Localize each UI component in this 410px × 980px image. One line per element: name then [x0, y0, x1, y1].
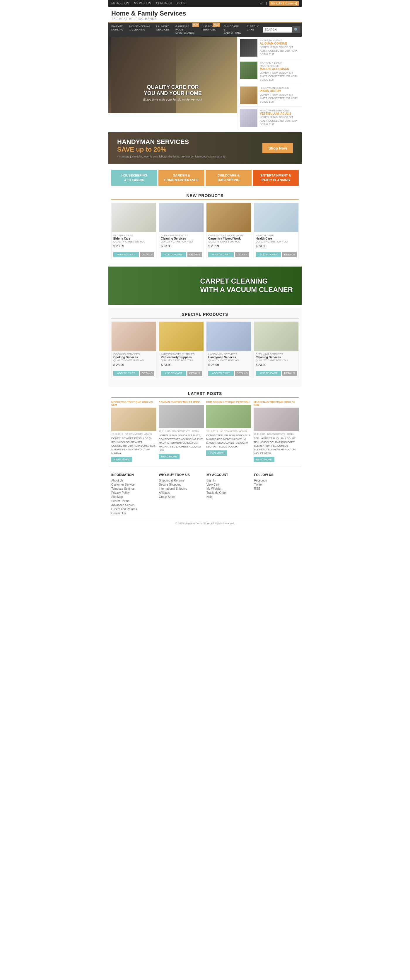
footer-link-wishlist[interactable]: My Wishlist: [206, 487, 251, 490]
product-name: Cleaning Services: [161, 237, 202, 240]
post-3-date: 12.11.2015: [206, 430, 218, 433]
sidebar-post-3-category: HANDYMAN SERVICES: [260, 86, 299, 89]
footer-link-customer[interactable]: Customer Service: [111, 483, 156, 486]
product-name: Health Care: [256, 237, 297, 240]
footer-link-template[interactable]: Template Settings: [111, 487, 156, 490]
post-2-author: ADMIN: [192, 430, 199, 433]
hero-subheading: Enjoy time with your family while we wor…: [141, 98, 205, 101]
cat-entertainment[interactable]: ENTERTAINMENT & PARTY PLANNING: [253, 170, 299, 186]
sidebar-post-1-title[interactable]: ALIQUAM CONGUE: [260, 42, 299, 45]
add-to-cart-button[interactable]: ADD TO CART: [256, 252, 281, 257]
product-desc: QUALITY CARE FOR YOU: [113, 240, 154, 243]
add-to-cart-button[interactable]: ADD TO CART: [161, 371, 186, 376]
sidebar-post-2: GARDEN & HOME MAINTENANCE MAURIS ACCUMSA…: [237, 59, 302, 84]
my-account-link[interactable]: MY ACCOUNT: [111, 2, 131, 5]
product-card-elderly: ELDERLY CARE Elderly Care QUALITY CARE F…: [111, 203, 157, 259]
currency-selector[interactable]: $: [265, 2, 267, 5]
footer-link-advanced[interactable]: Advanced Search: [111, 503, 156, 507]
nav-item-childcare[interactable]: CHILDCARE & BABYSITTING: [220, 22, 244, 37]
nav-item-nursing[interactable]: IN-HOME NURSING: [108, 22, 127, 37]
language-selector[interactable]: En: [260, 2, 263, 5]
sidebar-post-3: HANDYMAN SERVICES PROIN DICTUM LOREM IPS…: [237, 84, 302, 107]
nav-item-garden[interactable]: GARDEN & HOME MAINTENANCEHOT: [173, 22, 200, 37]
footer-link-twitter[interactable]: Twitter: [254, 483, 299, 486]
post-1-meta: 12.11.2015 NO COMMENTS ADMIN: [111, 433, 157, 436]
cat-childcare[interactable]: CHILDCARE & BABYSITTING: [206, 170, 252, 186]
footer-link-sitemap[interactable]: Site Map: [111, 495, 156, 498]
footer-link-group[interactable]: Group Sales: [159, 495, 204, 498]
post-card-1: MAECENAS TRISTIQUE ORCI AC SEM 12.11.201…: [111, 401, 157, 462]
footer-link-search-terms[interactable]: Search Terms: [111, 500, 156, 503]
footer-link-orders[interactable]: Orders and Returns: [111, 508, 156, 511]
post-1-author: ADMIN: [144, 433, 152, 436]
add-to-cart-button[interactable]: ADD TO CART: [161, 252, 186, 257]
search-button[interactable]: 🔍: [292, 26, 301, 33]
nav-item-laundry[interactable]: LAUNDRY SERVICES: [154, 22, 173, 37]
post-4-read-more[interactable]: READ MORE: [253, 457, 274, 462]
nav-item-handyman[interactable]: HANDYMAN SERVICESNEW: [200, 22, 221, 37]
nav-item-elderly[interactable]: ELDERLY CARE: [244, 22, 261, 37]
footer-link-privacy[interactable]: Privacy Policy: [111, 491, 156, 495]
sidebar-post-1-desc: LOREM IPSUM DOLOR SIT AMET, CONSECTETUER…: [260, 46, 299, 56]
footer-link-contact[interactable]: Contact Us: [111, 512, 156, 515]
footer-link-facebook[interactable]: Facebook: [254, 479, 299, 482]
details-button[interactable]: DETAILS: [282, 252, 297, 257]
add-to-cart-button[interactable]: ADD TO CART: [256, 371, 281, 376]
footer-link-rss[interactable]: RSS: [254, 487, 299, 490]
product-price: $ 23.99: [113, 244, 154, 248]
sidebar-post-3-title[interactable]: PROIN DICTUM: [260, 89, 299, 93]
cat-garden[interactable]: GARDEN & HOME MAINTENANCE: [158, 170, 204, 186]
cart-button[interactable]: MY CART: 0 item(s): [269, 1, 299, 6]
sidebar-post-2-title[interactable]: MAURIS ACCUMSAN: [260, 67, 299, 71]
product-category: HEALTH CARE: [256, 234, 297, 237]
login-link[interactable]: LOG IN: [176, 2, 186, 5]
add-to-cart-button[interactable]: ADD TO CART: [208, 371, 234, 376]
sidebar-post-4-title[interactable]: VESTIBULUM IACULIS: [260, 112, 299, 115]
product-name: Elderly Care: [113, 237, 154, 240]
checkout-link[interactable]: CHECKOUT: [156, 2, 173, 5]
add-to-cart-button[interactable]: ADD TO CART: [208, 252, 234, 257]
product-card-cleaning: CLEANING SERVICES Cleaning Services QUAL…: [159, 203, 204, 259]
product-category: CLEANING SERVICES: [161, 234, 202, 237]
product-price: $ 23.99: [256, 363, 297, 366]
sidebar-post-4-category: HANDYMAN SERVICES: [260, 109, 299, 112]
footer-link-shipping[interactable]: Shipping & Returns: [159, 479, 204, 482]
footer-link-international[interactable]: International Shipping: [159, 487, 204, 490]
product-name: Handyman Services: [208, 356, 249, 359]
footer-link-help[interactable]: Help: [206, 495, 251, 498]
site-tagline: THE BEST HELPING HANDS: [111, 17, 299, 21]
footer-link-affiliates[interactable]: Affiliates: [159, 491, 204, 495]
footer-col-1-title: INFORMATION: [111, 473, 156, 477]
details-button[interactable]: DETAILS: [140, 252, 154, 257]
product-name: Cooking Services: [113, 356, 154, 359]
details-button[interactable]: DETAILS: [187, 252, 202, 257]
details-button[interactable]: DETAILS: [187, 371, 202, 376]
post-1-text: DONEC SIT AMET EROS. LOREM IPSUM DOLOR S…: [111, 437, 157, 455]
footer-link-viewcart[interactable]: View Cart: [206, 483, 251, 486]
add-to-cart-button[interactable]: ADD TO CART: [113, 252, 139, 257]
footer-link-secure[interactable]: Secure Shopping: [159, 483, 204, 486]
post-2-meta: 12.11.2015 NO COMMENTS ADMIN: [159, 430, 204, 433]
footer-link-signin[interactable]: Sign In: [206, 479, 251, 482]
details-button[interactable]: DETAILS: [140, 371, 154, 376]
product-price: $ 23.99: [256, 244, 297, 248]
search-input[interactable]: [263, 27, 292, 33]
banner-line1: HANDYMAN SERVICES: [117, 138, 225, 146]
post-3-read-more[interactable]: READ MORE: [206, 450, 227, 456]
details-button[interactable]: DETAILS: [235, 252, 249, 257]
post-4-date: 12.11.2015: [253, 433, 265, 436]
banner-line2: SAVE up to 20%: [117, 146, 225, 153]
special-products-grid: COOKING SERVICES Cooking Services QUALIT…: [108, 321, 302, 382]
details-button[interactable]: DETAILS: [282, 371, 297, 376]
post-1-read-more[interactable]: READ MORE: [111, 457, 132, 462]
shop-now-button[interactable]: Shop Now: [263, 143, 293, 153]
nav-item-housekeeping[interactable]: HOUSEKEEPING & CLEANING: [127, 22, 154, 37]
my-wishlist-link[interactable]: MY WISHLIST: [134, 2, 153, 5]
post-2-read-more[interactable]: READ MORE: [159, 454, 179, 459]
cat-housekeeping[interactable]: HOUSEKEEPING & CLEANING: [111, 170, 157, 186]
details-button[interactable]: DETAILS: [235, 371, 249, 376]
add-to-cart-button[interactable]: ADD TO CART: [113, 371, 139, 376]
product-card-cooking: COOKING SERVICES Cooking Services QUALIT…: [111, 321, 157, 378]
footer-link-about[interactable]: About Us: [111, 479, 156, 482]
footer-link-track[interactable]: Track My Order: [206, 491, 251, 495]
